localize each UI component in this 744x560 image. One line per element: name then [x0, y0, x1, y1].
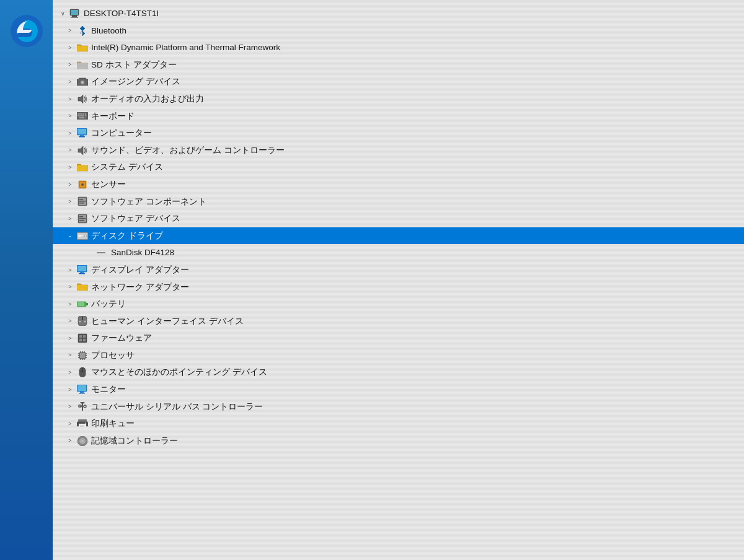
item-icon-display — [76, 264, 89, 276]
tree-item-print[interactable]: >印刷キュー — [53, 415, 744, 432]
item-icon-system — [76, 161, 89, 173]
tree-item-display[interactable]: >ディスプレイ アダプター — [53, 261, 744, 279]
tree-item-processor[interactable]: >プロセッサ — [53, 347, 744, 364]
item-icon-keyboard — [76, 110, 89, 122]
item-label-storage-ctrl: 記憶域コントローラー — [91, 434, 178, 448]
tree-item-system[interactable]: >システム デバイス — [53, 159, 744, 176]
expand-icon-mouse: > — [65, 367, 75, 377]
svg-rect-59 — [79, 339, 82, 341]
item-label-computer: コンピューター — [91, 126, 152, 140]
app-icon — [5, 9, 48, 53]
tree-item-software-dev[interactable]: >ソフトウェア デバイス — [53, 210, 744, 227]
item-label-firmware: ファームウェア — [91, 331, 152, 345]
item-icon-software-comp — [76, 195, 89, 208]
tree-item-sd-host[interactable]: >SD ホスト アダプター — [53, 56, 744, 74]
svg-rect-37 — [79, 220, 84, 221]
item-icon-hid — [76, 315, 89, 327]
svg-rect-22 — [80, 135, 84, 136]
svg-rect-5 — [77, 46, 88, 51]
svg-rect-3 — [72, 15, 77, 17]
item-icon-intel-dynamic — [76, 42, 89, 54]
tree-item-software-comp[interactable]: >ソフトウェア コンポーネント — [53, 193, 744, 211]
tree-item-audio[interactable]: >オーディオの入力および出力 — [53, 90, 744, 108]
expand-icon-usb: > — [65, 401, 75, 411]
svg-rect-45 — [78, 266, 86, 271]
expand-icon-imaging: > — [65, 77, 75, 87]
tree-item-monitor[interactable]: >モニター — [53, 381, 744, 398]
tree-root[interactable]: ∨ DESKTOP-T4TST1I — [53, 5, 744, 22]
svg-rect-17 — [81, 115, 84, 116]
tree-item-mouse[interactable]: >マウスとそのほかのポインティング デバイス — [53, 364, 744, 381]
svg-rect-80 — [80, 392, 84, 393]
expand-icon-keyboard: > — [65, 111, 75, 121]
expand-icon-hid: > — [65, 316, 75, 326]
svg-rect-18 — [85, 115, 86, 116]
svg-rect-14 — [85, 113, 86, 115]
device-tree: ∨ DESKTOP-T4TST1I >Bluetooth>Intel(R) Dy… — [53, 0, 744, 560]
svg-rect-21 — [78, 129, 86, 134]
item-icon-processor — [76, 349, 89, 362]
tree-item-hid[interactable]: >ヒューマン インターフェイス デバイス — [53, 313, 744, 330]
expand-icon-computer: > — [65, 128, 75, 138]
item-label-software-comp: ソフトウェア コンポーネント — [91, 195, 206, 209]
tree-item-firmware[interactable]: >ファームウェア — [53, 330, 744, 347]
tree-item-keyboard[interactable]: >キーボード — [53, 108, 744, 125]
svg-point-95 — [81, 440, 84, 442]
item-label-sound: サウンド、ビデオ、およびゲーム コントローラー — [91, 144, 285, 157]
expand-icon-sound: > — [65, 146, 75, 155]
item-label-imaging: イメージング デバイス — [91, 75, 180, 89]
item-label-print: 印刷キュー — [91, 417, 135, 431]
svg-rect-13 — [83, 113, 84, 115]
tree-item-computer[interactable]: >コンピューター — [53, 125, 744, 142]
tree-item-battery[interactable]: >バッテリ — [53, 295, 744, 313]
item-label-network: ネットワーク アダプター — [91, 281, 189, 294]
svg-point-27 — [81, 183, 84, 186]
device-manager-panel: ∨ DESKTOP-T4TST1I >Bluetooth>Intel(R) Dy… — [53, 0, 744, 560]
item-icon-imaging — [76, 76, 89, 88]
expand-icon-sd-host: > — [65, 60, 75, 70]
tree-item-bluetooth[interactable]: >Bluetooth — [53, 22, 744, 40]
item-label-sandisk: SanDisk DF4128 — [111, 246, 174, 260]
svg-rect-46 — [80, 272, 84, 273]
root-expand-icon: ∨ — [58, 9, 68, 19]
svg-rect-2 — [71, 10, 78, 15]
svg-rect-24 — [77, 165, 88, 171]
item-label-sd-host: SD ホスト アダプター — [91, 58, 177, 72]
root-computer-icon — [69, 7, 81, 20]
item-icon-computer — [76, 127, 89, 139]
svg-rect-32 — [79, 203, 84, 204]
item-label-battery: バッテリ — [91, 297, 126, 311]
item-label-display: ディスプレイ アダプター — [91, 263, 189, 277]
svg-rect-91 — [80, 426, 84, 427]
item-icon-bluetooth — [76, 24, 89, 37]
expand-icon-display: > — [65, 265, 75, 275]
tree-item-sensor[interactable]: >センサー — [53, 176, 744, 193]
root-label: DESKTOP-T4TST1I — [84, 7, 159, 20]
expand-icon-storage-ctrl: > — [65, 436, 75, 446]
tree-item-network[interactable]: >ネットワーク アダプター — [53, 279, 744, 296]
svg-rect-36 — [79, 218, 86, 219]
svg-rect-6 — [77, 63, 88, 69]
tree-item-imaging[interactable]: >イメージング デバイス — [53, 73, 744, 90]
svg-point-54 — [79, 321, 81, 323]
expand-icon-print: > — [65, 419, 75, 429]
expand-icon-audio: > — [65, 94, 75, 104]
tree-item-storage-ctrl[interactable]: >記憶域コントローラー — [53, 432, 744, 450]
item-icon-disk-drive — [76, 230, 89, 242]
item-label-software-dev: ソフトウェア デバイス — [91, 212, 180, 225]
item-icon-usb — [76, 400, 89, 413]
svg-rect-10 — [78, 113, 79, 115]
tree-item-disk-drive[interactable]: ⌄ディスク ドライブ — [53, 227, 744, 245]
tree-item-usb[interactable]: >ユニバーサル シリアル バス コントローラー — [53, 398, 744, 416]
item-label-audio: オーディオの入力および出力 — [91, 92, 204, 106]
item-label-sensor: センサー — [91, 178, 126, 191]
svg-rect-12 — [81, 113, 82, 115]
expand-icon-sandisk — [85, 248, 95, 258]
item-label-monitor: モニター — [91, 383, 126, 396]
expand-icon-disk-drive: ⌄ — [65, 231, 75, 241]
svg-rect-23 — [79, 136, 85, 138]
tree-item-sound[interactable]: >サウンド、ビデオ、およびゲーム コントローラー — [53, 142, 744, 159]
tree-item-sandisk[interactable]: SanDisk DF4128 — [53, 244, 744, 261]
tree-item-intel-dynamic[interactable]: >Intel(R) Dynamic Platform and Thermal F… — [53, 39, 744, 56]
expand-icon-intel-dynamic: > — [65, 43, 75, 53]
